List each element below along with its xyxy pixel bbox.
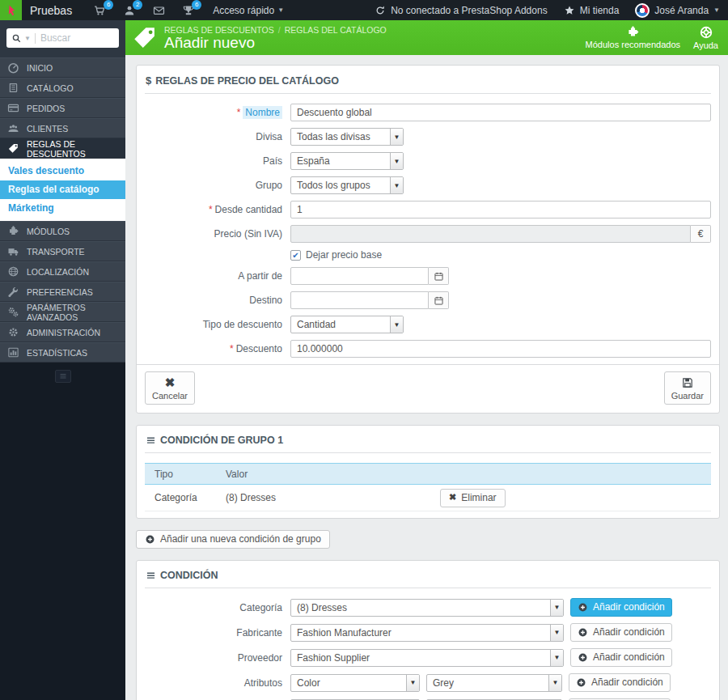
Descuento-input[interactable] [290, 340, 711, 358]
add-group-condition-button[interactable]: Añadir una nueva condición de grupo [136, 530, 330, 549]
search-input[interactable] [36, 32, 117, 44]
field-label: Categoría [145, 602, 290, 613]
field-label: A partir de [145, 270, 290, 282]
sidebar-item-8[interactable]: PREFERENCIAS [0, 282, 125, 302]
quick-access-label: Acceso rápido [213, 5, 274, 16]
recommended-modules-button[interactable]: Módulos recomendados [586, 25, 680, 50]
field-label: *Descuento [145, 343, 290, 354]
Proveedor-select[interactable]: Fashion Supplier ▼ [290, 649, 564, 667]
cancel-button[interactable]: ✖ Cancelar [145, 371, 195, 405]
sidebar-item-3[interactable]: CLIENTES [0, 118, 125, 138]
save-icon [681, 376, 694, 389]
panel-footer: ✖ Cancelar Guardar [137, 364, 719, 406]
submenu-item-0[interactable]: Vales descuento [0, 162, 125, 180]
panel-heading: $ REGLAS DE PRECIO DEL CATÁLOGO [145, 73, 711, 94]
País-select[interactable]: España ▼ [290, 152, 404, 170]
sidebar-item-6[interactable]: TRANSPORTE [0, 241, 125, 261]
save-button[interactable]: Guardar [664, 371, 711, 405]
Tipo de descuento-select[interactable]: Cantidad ▼ [290, 316, 404, 333]
form-row: *Descuento [145, 340, 711, 358]
required-asterisk: * [209, 204, 213, 215]
Divisa-select[interactable]: Todas las divisas ▼ [290, 128, 404, 146]
caret-down-icon: ▼ [390, 316, 403, 333]
page-title: Añadir nuevo [164, 35, 387, 51]
trophy-icon[interactable]: 6 [182, 4, 195, 17]
sidebar-item-1[interactable]: CATÁLOGO [0, 78, 125, 98]
sidebar-item-2[interactable]: PEDIDOS [0, 98, 125, 118]
Precio (Sin IVA)-input[interactable] [290, 225, 691, 243]
plus-circle-icon [578, 627, 588, 638]
breadcrumb-parent[interactable]: REGLAS DE DESCUENTOS [164, 25, 274, 35]
customers-icon[interactable]: 2 [123, 4, 136, 17]
Categoría-select[interactable]: (8) Dresses ▼ [290, 599, 564, 617]
condition-row: Fabricante Fashion Manufacturer ▼ Añadir… [145, 623, 711, 642]
Atributos-select-2[interactable]: Grey ▼ [426, 674, 562, 692]
checkbox-Dejar precio base[interactable]: ✔ Dejar precio base [290, 249, 382, 261]
sidebar-item-0[interactable]: INICIO [0, 57, 125, 78]
puzzle-icon [7, 225, 19, 237]
form-row: *Nombre [145, 104, 711, 121]
condition-panel: CONDICIÓN Categoría (8) Dresses ▼ Añadir… [136, 560, 720, 700]
caret-down-icon: ▼ [713, 6, 720, 14]
panel-title: REGLAS DE PRECIO DEL CATÁLOGO [155, 75, 339, 87]
Fabricante-select[interactable]: Fashion Manufacturer ▼ [290, 624, 564, 642]
user-menu[interactable]: José Aranda ▼ [635, 3, 720, 18]
orders-cart-icon[interactable]: 6 [93, 4, 107, 17]
quick-access-menu[interactable]: Acceso rápido ▼ [213, 5, 284, 16]
cell-valor: (8) Dresses [226, 492, 440, 503]
form-row: A partir de [145, 267, 711, 285]
form-row: ✔ Dejar precio base [145, 249, 711, 261]
addons-status-label: No conectado a PrestaShop Addons [391, 5, 547, 16]
field-label: Destino [145, 295, 290, 306]
collapse-menu-button[interactable] [55, 370, 71, 383]
gears-icon [7, 306, 19, 318]
field-label: Fabricante [145, 627, 290, 638]
sidebar-item-label: LOCALIZACIÓN [27, 267, 89, 277]
puzzle-icon [626, 25, 640, 39]
prestashop-logo[interactable] [0, 0, 22, 20]
calendar-icon[interactable] [429, 267, 449, 285]
submenu-item-1[interactable]: Reglas del catálogo [0, 180, 125, 199]
shop-name[interactable]: Pruebas [30, 4, 72, 17]
sidebar-item-4[interactable]: REGLAS DE DESCUENTOS [0, 138, 125, 159]
delete-condition-button[interactable]: ✖ Eliminar [440, 489, 506, 507]
calendar-icon [434, 271, 444, 282]
sidebar-item-label: PARÁMETROS AVANZADOS [27, 303, 118, 322]
messages-icon[interactable] [152, 4, 166, 17]
Desde cantidad-input[interactable] [290, 201, 711, 218]
caret-down-icon: ▼ [390, 177, 403, 193]
field-label: Divisa [145, 131, 290, 142]
tag-icon [7, 142, 19, 155]
sidebar-item-11[interactable]: ESTADÍSTICAS [0, 342, 125, 363]
Grupo-select[interactable]: Todos los grupos ▼ [290, 176, 404, 194]
calendar-icon[interactable] [429, 291, 449, 309]
x-icon: ✖ [165, 376, 176, 389]
addons-status[interactable]: No conectado a PrestaShop Addons [375, 5, 547, 16]
sidebar-item-5[interactable]: MÓDULOS [0, 221, 125, 241]
breadcrumb-current[interactable]: REGLAS DEL CATÁLOGO [285, 25, 387, 35]
sidebar-item-9[interactable]: PARÁMETROS AVANZADOS [0, 302, 125, 322]
sidebar-submenu: Vales descuentoReglas del catálogoMárket… [0, 159, 125, 221]
add-condition-button-2[interactable]: Añadir condición [570, 648, 672, 667]
Atributos-select-1[interactable]: Color ▼ [290, 674, 420, 692]
selected-value: Cantidad [291, 319, 390, 330]
add-condition-button-1[interactable]: Añadir condición [570, 623, 672, 642]
hand-cursor-icon [5, 4, 18, 17]
users-icon [7, 122, 19, 134]
sidebar-item-10[interactable]: ADMINISTRACIÓN [0, 322, 125, 342]
add-condition-button-3[interactable]: Añadir condición [569, 673, 671, 692]
add-group-condition-label: Añadir una nueva condición de grupo [160, 533, 321, 545]
book-icon [7, 82, 19, 94]
search-scope-toggle[interactable]: ▼ [11, 33, 36, 44]
add-condition-button-0[interactable]: Añadir condición [570, 598, 672, 617]
caret-down-icon: ▼ [548, 675, 561, 691]
submenu-item-2[interactable]: Márketing [0, 199, 125, 218]
my-shop-link[interactable]: Mi tienda [564, 5, 620, 16]
selected-value: Grey [427, 677, 548, 689]
Nombre-input[interactable] [290, 104, 711, 121]
help-button[interactable]: Ayuda [693, 25, 718, 50]
A partir de-date-input[interactable] [290, 267, 429, 285]
sidebar-item-7[interactable]: LOCALIZACIÓN [0, 261, 125, 282]
Destino-date-input[interactable] [290, 291, 429, 309]
sync-icon [375, 5, 386, 16]
